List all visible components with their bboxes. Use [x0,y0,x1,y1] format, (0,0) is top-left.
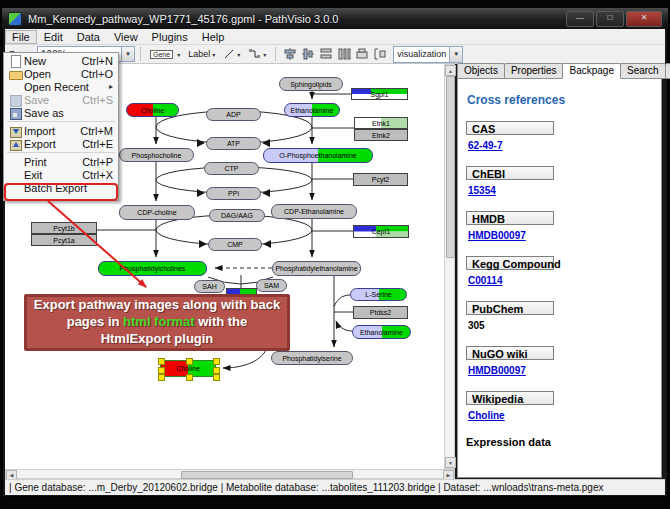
node-pcyt2[interactable]: Pcyt2 [353,173,408,186]
menu-item-save-as[interactable]: Save as [4,106,118,119]
menu-item-export[interactable]: ExportCtrl+E [4,137,118,150]
node-cdp-ethanolamine[interactable]: CDP-Ethanolamine [271,204,357,219]
chevron-down-icon[interactable]: ▾ [177,51,180,58]
node-choline[interactable]: Choline [126,103,179,117]
chevron-down-icon[interactable]: ▾ [263,51,266,58]
common-bounds-icon [355,47,369,61]
node-ethanolamine-2[interactable]: Ethanolamine [352,325,411,339]
node-label: CDP-choline [137,209,176,216]
node-label: ADP [226,111,240,118]
node-pcyt1b[interactable]: Pcyt1b [31,222,97,234]
node-sgpl1[interactable]: Sgpl1 [351,88,408,100]
tab-search[interactable]: Search [620,63,666,79]
horizontal-scroll-thumb[interactable] [181,471,353,479]
menu-item-import[interactable]: ImportCtrl+M [4,124,118,137]
maximize-button[interactable]: □ [596,11,624,27]
common-bounds-button[interactable] [354,46,370,62]
node-sah[interactable]: SAH [194,280,225,293]
selection-handle[interactable] [213,358,220,365]
tab-objects[interactable]: Objects [457,63,505,79]
datanode-button[interactable]: Gene ▾ [146,46,184,63]
close-button[interactable]: ✕ [626,11,662,27]
tab-backpage[interactable]: Backpage [562,63,620,79]
vertical-scroll-thumb[interactable] [446,76,455,258]
menu-item-exit[interactable]: ExitCtrl+X [4,168,118,181]
node-o-phosphoethanolamine[interactable]: O-Phosphoethanolamine [263,148,373,163]
selection-handle[interactable] [158,358,165,365]
menu-item-batch-export[interactable]: Batch Export [4,181,118,194]
node-sam[interactable]: SAM [256,279,287,292]
menu-item-open[interactable]: OpenCtrl+O [4,67,118,80]
menu-item-open-recent[interactable]: Open Recent▸ [4,80,118,93]
vertical-scrollbar[interactable]: ▲ ▼ [444,64,455,469]
xref-link[interactable]: C00114 [468,275,502,286]
distribute-columns-button[interactable] [336,46,352,62]
node-l-serine[interactable]: L-Serine [350,288,407,301]
node-ptdss2[interactable]: Ptdss2 [353,306,408,319]
node-label: CDP-Ethanolamine [284,208,344,215]
node-atp[interactable]: ATP [206,137,261,150]
selection-handle[interactable] [186,358,193,365]
node-etnk1[interactable]: Etnk1 [354,117,408,129]
node-choline-selected[interactable]: Choline [160,360,216,377]
node-phosphatidylethanolamine[interactable]: Phosphatidylethanolamine [272,261,361,276]
menubar-item-plugins[interactable]: Plugins [145,30,195,44]
node-ethanolamine[interactable]: Ethanolamine [284,103,340,117]
menu-icon-blank [7,156,24,168]
xref-link[interactable]: HMDB00097 [468,230,526,241]
node-pcyt1a[interactable]: Pcyt1a [31,234,97,246]
tab-legend[interactable]: Legend [665,63,670,79]
label-button[interactable]: Label ▾ [184,46,219,63]
visualization-combobox[interactable]: visualization ▼ [393,46,463,63]
node-label: SAH [202,283,216,290]
xref-link[interactable]: 62-49-7 [468,140,502,151]
chevron-down-icon[interactable]: ▾ [237,51,240,58]
scroll-down-icon[interactable]: ▼ [445,457,456,468]
node-ctp[interactable]: CTP [204,162,259,175]
menubar-item-help[interactable]: Help [195,30,232,44]
node-dag-aag[interactable]: DAG/AAG [209,209,265,222]
selection-handle[interactable] [213,367,220,374]
node-cmp[interactable]: CMP [208,238,262,251]
selection-handle[interactable] [213,374,220,381]
node-sphingolipids[interactable]: Sphingolipids [279,77,343,91]
node-phosphatidylserine[interactable]: Phosphatidylserine [271,351,353,365]
line-tool-button[interactable]: ▾ [219,46,244,63]
selection-handle[interactable] [186,374,193,381]
xref-link[interactable]: Choline [468,410,505,421]
annotation-callout: Export pathway images along with back pa… [24,294,290,351]
minimize-button[interactable]: — [566,11,594,27]
visualization-dropdown-arrow-icon[interactable]: ▼ [449,47,462,62]
align-horizontal-center-button[interactable] [300,46,316,62]
node-cdp-choline[interactable]: CDP-choline [119,205,195,220]
xref-link[interactable]: HMDB00097 [468,365,526,376]
horizontal-scrollbar[interactable]: ◀ ▶ [5,469,455,479]
menubar-item-view[interactable]: View [107,30,145,44]
menu-item-save[interactable]: SaveCtrl+S [4,93,118,106]
toolbar-separator [275,47,276,61]
selection-handle[interactable] [158,367,165,374]
zoom-dropdown-arrow-icon[interactable]: ▼ [121,47,134,61]
line-icon [223,48,235,60]
connector-tool-button[interactable]: ▾ [244,46,270,63]
distribute-rows-button[interactable] [318,46,334,62]
chevron-down-icon[interactable]: ▾ [212,51,215,58]
menubar-item-file[interactable]: File [5,30,37,44]
menubar-item-edit[interactable]: Edit [37,30,70,44]
menu-item-new[interactable]: NewCtrl+N [4,54,118,67]
menubar-item-data[interactable]: Data [70,30,107,44]
node-ppi[interactable]: PPi [206,187,261,200]
tab-properties[interactable]: Properties [504,63,564,79]
scroll-up-icon[interactable]: ▲ [445,65,456,76]
node-cept1[interactable]: Cept1 [353,225,409,238]
node-etnk2[interactable]: Etnk2 [354,129,408,141]
node-phosphocholine[interactable]: Phosphocholine [119,148,194,162]
align-vertical-center-button[interactable] [282,46,298,62]
node-phosphatidylcholines[interactable]: Phosphatidylcholines [98,261,207,276]
node-adp[interactable]: ADP [206,108,261,121]
menu-item-print[interactable]: PrintCtrl+P [4,155,118,168]
connector-icon [248,48,261,60]
xref-link[interactable]: 15354 [468,185,496,196]
group-button[interactable] [372,46,388,62]
selection-handle[interactable] [158,374,165,381]
